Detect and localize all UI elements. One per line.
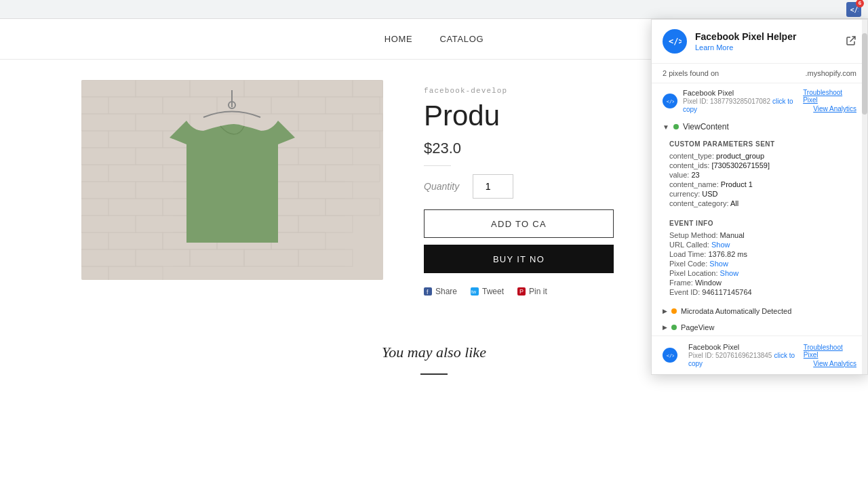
- orange-status-dot: [671, 308, 677, 314]
- event-info-section: EVENT INFO Setup Method: Manual URL Call…: [652, 214, 867, 303]
- pixel-1-id-block: Facebook Pixel Pixel ID: 138779328501708…: [683, 89, 803, 113]
- nav-home[interactable]: HOME: [384, 34, 413, 44]
- svg-text:tw: tw: [471, 289, 477, 294]
- pixel-found-bar: 2 pixels found on .myshopify.com: [652, 64, 867, 83]
- pixel-helper-icon: </>: [663, 29, 687, 54]
- extension-badge: 6: [856, 0, 864, 7]
- quantity-input[interactable]: [473, 174, 513, 199]
- pixel-2-icon: </>: [663, 348, 677, 363]
- pixel-1-icon: </>: [663, 94, 677, 108]
- pixel-popup-header: </> Facebook Pixel Helper Learn More: [652, 20, 867, 64]
- pixel-1-name: Facebook Pixel: [683, 89, 803, 97]
- product-image-container: [81, 80, 383, 280]
- share-facebook-link[interactable]: f Share: [424, 287, 457, 296]
- svg-text:</>: </>: [669, 37, 682, 46]
- pixel-1-id: Pixel ID: 1387793285017082 click to copy: [683, 97, 803, 113]
- pixel-helper-title: Facebook Pixel Helper: [695, 31, 837, 42]
- expand-arrow-icon[interactable]: ▼: [663, 123, 669, 131]
- pixel-1-section: </> Facebook Pixel Pixel ID: 13877932850…: [652, 83, 867, 336]
- pin-it-label: Pin it: [529, 287, 547, 296]
- pageview-status-dot: [671, 325, 677, 330]
- pixel-1-analytics[interactable]: View Analytics: [813, 105, 856, 113]
- nav-catalog[interactable]: CATALOG: [439, 34, 484, 44]
- pixel-helper-popup: </> Facebook Pixel Helper Learn More 2 p…: [651, 19, 868, 375]
- section-divider: [420, 373, 448, 375]
- price-divider: [424, 165, 451, 166]
- info-event-id: Event ID: 946117145764: [669, 288, 856, 296]
- info-pixel-location: Pixel Location: Show: [669, 269, 856, 277]
- pixel-1-header-row: </> Facebook Pixel Pixel ID: 13877932850…: [652, 83, 867, 119]
- view-content-event-name: ViewContent: [683, 122, 729, 131]
- info-setup-method: Setup Method: Manual: [669, 231, 856, 239]
- microdata-label: Microdata Automatically Detected: [681, 307, 791, 315]
- green-status-dot: [673, 124, 679, 129]
- pixel-2-troubleshoot[interactable]: Troubleshoot Pixel: [804, 344, 856, 359]
- share-label: Share: [435, 287, 457, 296]
- product-image: [81, 80, 383, 280]
- store-nav: HOME CATALOG: [384, 34, 484, 44]
- param-currency: currency: USD: [669, 190, 856, 198]
- microdata-row[interactable]: ▶ Microdata Automatically Detected: [652, 303, 867, 319]
- buy-it-now-button[interactable]: BUY IT NO: [424, 245, 614, 273]
- svg-text:</>: </>: [667, 99, 674, 104]
- pixel-2-links: Troubleshoot Pixel View Analytics: [804, 344, 856, 367]
- param-content_category: content_category: All: [669, 199, 856, 207]
- info-url-called: URL Called: Show: [669, 241, 856, 249]
- info-pixel-code: Pixel Code: Show: [669, 260, 856, 268]
- pixel-1-links: Troubleshoot Pixel View Analytics: [803, 89, 856, 113]
- info-frame: Frame: Window: [669, 279, 856, 287]
- microdata-expand-icon[interactable]: ▶: [663, 308, 667, 314]
- param-content_type: content_type: product_group: [669, 152, 856, 160]
- pixels-found-text: 2 pixels found on: [663, 69, 719, 77]
- pixel-2-name-row: </> Facebook Pixel Pixel ID: 52076169621…: [663, 343, 804, 367]
- pixels-found-domain: .myshopify.com: [805, 69, 856, 77]
- page-view-row: ▶ PageView: [652, 319, 867, 336]
- param-content_ids: content_ids: [7305302671559]: [669, 161, 856, 169]
- quantity-label: Quantity: [424, 181, 459, 192]
- event-info-title: EVENT INFO: [669, 220, 856, 227]
- pixel-2-id-block: Facebook Pixel Pixel ID: 520761696213845…: [688, 343, 804, 367]
- param-content_name: content_name: Product 1: [669, 180, 856, 188]
- svg-text:P: P: [519, 288, 524, 295]
- pixel-1-troubleshoot[interactable]: Troubleshoot Pixel: [803, 89, 856, 104]
- pixel-helper-learn-more[interactable]: Learn More: [695, 43, 837, 52]
- custom-params-section: CUSTOM PARAMETERS SENT content_type: pro…: [652, 135, 867, 214]
- scrollbar-track: [862, 20, 867, 374]
- browser-chrome: </> 6: [0, 0, 868, 19]
- tweet-label: Tweet: [482, 287, 504, 296]
- pixel-1-name-row: </> Facebook Pixel Pixel ID: 13877932850…: [663, 89, 803, 113]
- external-link-icon[interactable]: [846, 35, 856, 48]
- extension-icon[interactable]: </> 6: [846, 2, 861, 17]
- pixel-2-analytics[interactable]: View Analytics: [813, 360, 856, 367]
- svg-text:</>: </>: [667, 353, 674, 359]
- scrollbar-thumb[interactable]: [862, 33, 867, 115]
- add-to-cart-button[interactable]: ADD TO CA: [424, 209, 614, 238]
- tweet-link[interactable]: tw Tweet: [471, 287, 504, 296]
- param-value: value: 23: [669, 171, 856, 179]
- pixel-header-text: Facebook Pixel Helper Learn More: [695, 31, 837, 52]
- view-content-row[interactable]: ▼ ViewContent: [652, 119, 867, 135]
- pin-it-link[interactable]: P Pin it: [517, 287, 547, 296]
- pageview-label: PageView: [681, 323, 714, 331]
- pixel-2-section: </> Facebook Pixel Pixel ID: 52076169621…: [652, 336, 867, 374]
- pixel-2-name: Facebook Pixel: [688, 343, 804, 351]
- info-load-time: Load Time: 1376.82 ms: [669, 250, 856, 258]
- pageview-expand-icon[interactable]: ▶: [663, 324, 667, 331]
- pixel-2-id: Pixel ID: 520761696213845 click to copy: [688, 351, 804, 367]
- custom-params-title: CUSTOM PARAMETERS SENT: [669, 140, 856, 148]
